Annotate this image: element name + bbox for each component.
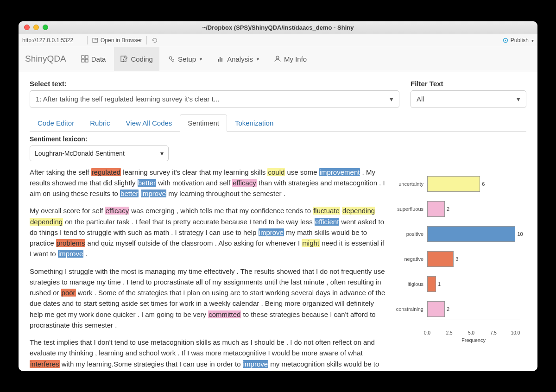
hl-negative: regulated <box>91 168 121 176</box>
paragraph-2: My overall score for self efficacy was e… <box>30 205 386 259</box>
chart-y-label: negative <box>392 256 423 262</box>
svg-point-9 <box>171 59 174 62</box>
chart-x-tick: 0.0 <box>424 330 430 335</box>
chart-x-tick: 7.5 <box>490 330 497 335</box>
app-brand: ShinyQDA <box>25 54 66 64</box>
caret-down-icon: ▾ <box>531 38 534 43</box>
tab-sentiment[interactable]: Sentiment <box>180 114 227 132</box>
hl-uncertainty: fluctuate <box>313 207 340 215</box>
browser-toolbar: http://127.0.0.1:5322 Open in Browser Pu… <box>19 34 537 47</box>
hl-uncertainty: depending <box>342 207 375 215</box>
maximize-icon[interactable] <box>43 25 48 30</box>
chart-bar-value: 2 <box>447 306 449 312</box>
hl-negative: problems <box>56 239 86 247</box>
chart-bar-value: 10 <box>517 231 523 237</box>
chart-x-tick: 2.5 <box>446 330 453 335</box>
lexicon-label: Sentiment lexicon: <box>30 135 526 143</box>
chart-bar-value: 3 <box>455 256 458 262</box>
lexicon-dropdown[interactable]: Loughran-McDonald Sentiment ▾ <box>30 145 169 161</box>
hl-positive: improve <box>243 360 268 368</box>
chart-bar <box>427 226 515 242</box>
nav-data[interactable]: Data <box>75 47 113 71</box>
window-title: ~/Dropbox (SPS)/ShinyQDA/inst/daacs_demo… <box>19 24 537 31</box>
hl-negative: poor <box>61 289 76 297</box>
svg-rect-12 <box>221 58 222 62</box>
refresh-button[interactable] <box>152 37 158 44</box>
annotated-text: After taking the self regulated learning… <box>30 167 386 371</box>
hl-uncertainty: depending <box>30 218 63 226</box>
paragraph-1: After taking the self regulated learning… <box>30 167 386 199</box>
chart-bar <box>427 301 445 317</box>
address-bar[interactable]: http://127.0.0.1:5322 <box>22 37 82 44</box>
publish-button[interactable]: Publish ▾ <box>502 37 534 44</box>
user-icon <box>274 55 281 63</box>
nav-coding[interactable]: Coding <box>114 47 159 71</box>
filter-text-label: Filter Text <box>411 80 526 88</box>
external-link-icon <box>92 37 99 44</box>
grid-icon <box>81 55 88 63</box>
content-area: Select text: 1: After taking the self re… <box>19 71 537 371</box>
tab-rubric[interactable]: Rubric <box>82 114 118 132</box>
svg-rect-10 <box>218 59 219 62</box>
nav-setup[interactable]: Setup ▾ <box>161 47 208 71</box>
tab-tokenization[interactable]: Tokenization <box>227 114 281 132</box>
svg-rect-6 <box>85 59 88 62</box>
svg-rect-11 <box>220 57 221 62</box>
select-text-label: Select text: <box>30 80 399 88</box>
hl-uncertainty: could <box>267 168 285 176</box>
hl-superfluous: efficacy <box>232 179 257 187</box>
minimize-icon[interactable] <box>33 25 39 30</box>
paragraph-3: Something I struggle with the most is ma… <box>30 266 386 331</box>
hl-positive: improve <box>58 250 83 258</box>
window-controls <box>24 25 48 30</box>
chart-bar-value: 2 <box>447 206 449 212</box>
svg-point-8 <box>169 57 172 59</box>
caret-down-icon: ▾ <box>390 95 393 103</box>
chart-x-tick: 5.0 <box>468 330 474 335</box>
nav-analysis[interactable]: Analysis ▾ <box>210 47 265 71</box>
filter-text-dropdown[interactable]: All ▾ <box>411 90 526 108</box>
chart-y-label: positive <box>392 231 423 237</box>
chart-bar <box>427 251 454 267</box>
edit-icon <box>120 55 128 63</box>
sub-tabs: Code Editor Rubric View All Codes Sentim… <box>30 114 526 132</box>
svg-rect-5 <box>82 59 84 62</box>
publish-icon <box>502 37 509 44</box>
svg-rect-4 <box>85 56 88 58</box>
hl-positive: better <box>120 190 139 197</box>
hl-positive: improve <box>259 228 284 236</box>
svg-rect-7 <box>121 56 126 62</box>
select-text-dropdown[interactable]: 1: After taking the self regulated learn… <box>30 90 399 108</box>
svg-rect-3 <box>82 56 84 58</box>
titlebar: ~/Dropbox (SPS)/ShinyQDA/inst/daacs_demo… <box>19 21 537 34</box>
chart-bar <box>427 276 436 292</box>
nav-myinfo[interactable]: My Info <box>267 47 313 71</box>
frequency-chart: uncertainty6superfluous2positive10negati… <box>391 167 526 371</box>
open-in-browser-button[interactable]: Open in Browser <box>92 37 142 44</box>
caret-down-icon: ▾ <box>517 95 520 103</box>
app-window: ~/Dropbox (SPS)/ShinyQDA/inst/daacs_demo… <box>19 21 537 371</box>
svg-point-2 <box>505 40 506 41</box>
hl-superfluous: committed <box>208 310 241 318</box>
hl-positive: efficient <box>315 218 339 226</box>
tab-view-all-codes[interactable]: View All Codes <box>118 114 180 132</box>
paragraph-4: The test implies that I don't tend to us… <box>30 337 386 371</box>
chart-y-label: litigious <box>392 281 423 287</box>
bar-chart-icon <box>217 55 224 63</box>
main-nav: ShinyQDA Data Coding Setup ▾ Analysis ▾ … <box>19 47 537 71</box>
close-icon[interactable] <box>24 25 30 30</box>
chart-bar <box>427 201 445 217</box>
caret-down-icon: ▾ <box>200 57 202 62</box>
chart-x-tick: 10.0 <box>511 330 520 335</box>
chart-bar-value: 1 <box>438 281 441 287</box>
tab-code-editor[interactable]: Code Editor <box>30 114 82 132</box>
refresh-icon <box>152 37 158 44</box>
caret-down-icon: ▾ <box>257 57 259 62</box>
chart-y-label: constraining <box>392 306 423 312</box>
hl-uncertainty: might <box>272 371 290 371</box>
svg-point-13 <box>276 56 279 59</box>
hl-superfluous: efficacy <box>105 207 130 215</box>
chart-y-label: uncertainty <box>392 181 423 187</box>
gears-icon <box>168 55 175 63</box>
hl-positive: improvement <box>319 168 360 176</box>
